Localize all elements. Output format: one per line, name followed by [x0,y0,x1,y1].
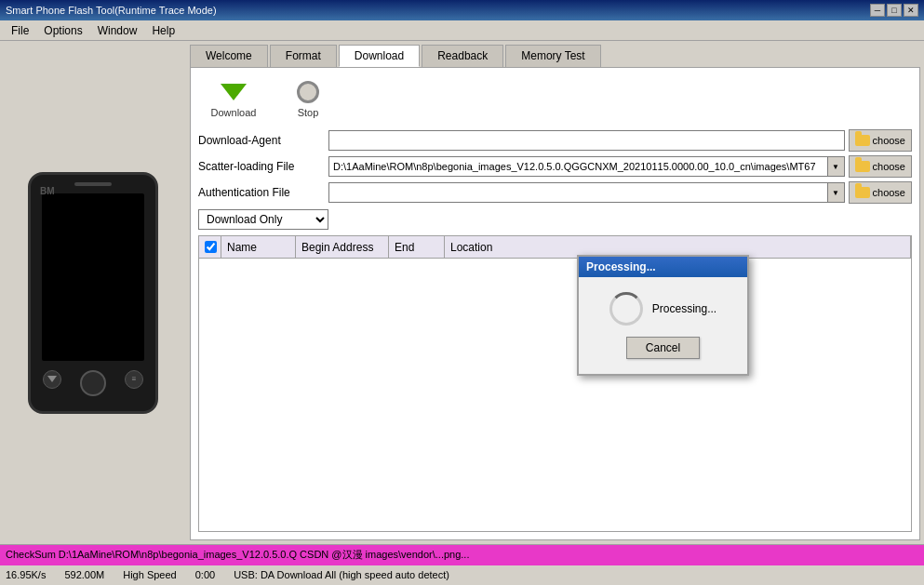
processing-dialog: Processing... Processing... Cancel [577,255,749,376]
choose-auth-button[interactable]: choose [849,181,912,204]
menu-window[interactable]: Window [90,22,145,39]
auth-combo-arrow[interactable]: ▼ [828,182,845,203]
app-title: Smart Phone Flash Tool(Runtime Trace Mod… [6,5,217,16]
scatter-label: Scatter-loading File [198,160,328,173]
dialog-title-bar: Processing... [579,257,747,277]
status-row2: 16.95K/s 592.00M High Speed 0:00 USB: DA… [0,565,924,586]
scatter-combo-arrow[interactable]: ▼ [828,156,845,177]
phone-logo: BM [40,186,55,196]
status-text: CheckSum D:\1AaMine\ROM\n8p\begonia_imag… [6,548,469,562]
main-layout: BM ≡ Welcome Format Download Readback [0,41,924,544]
choose-label-3: choose [873,187,905,198]
arrow-down-icon [221,84,247,100]
status-size: 592.00M [64,569,104,580]
th-name: Name [221,236,296,258]
scatter-file-row: Scatter-loading File ▼ choose [198,155,912,178]
stop-button[interactable]: Stop [280,79,336,118]
tab-download[interactable]: Download [339,45,420,67]
download-agent-label: Download-Agent [198,134,328,147]
status-time: 0:00 [195,569,215,580]
status-speed: 16.95K/s [6,569,46,580]
status-bar: CheckSum D:\1AaMine\ROM\n8p\begonia_imag… [0,544,924,585]
menu-options[interactable]: Options [36,22,89,39]
tab-welcome[interactable]: Welcome [190,45,268,67]
choose-scatter-button[interactable]: choose [849,155,912,178]
download-agent-input[interactable] [328,130,845,151]
stop-label: Stop [298,107,319,118]
phone-home-button [80,370,106,396]
menu-help[interactable]: Help [144,22,182,39]
choose-agent-button[interactable]: choose [849,129,912,152]
dialog-title: Processing... [586,260,656,273]
scatter-input-group: ▼ [328,156,845,177]
stop-icon-container [295,79,321,105]
download-agent-row: Download-Agent choose [198,129,912,152]
select-all-checkbox[interactable] [205,241,217,253]
minimize-button[interactable]: ─ [870,4,885,17]
menu-icon: ≡ [132,375,137,383]
tab-readback[interactable]: Readback [422,45,503,67]
phone-screen [42,193,144,361]
th-begin-address: Begin Address [296,236,389,258]
title-text: Smart Phone Flash Tool(Runtime Trace Mod… [6,5,217,16]
file-table: Name Begin Address End Location [198,235,912,532]
th-checkbox [199,236,221,258]
tab-content: Download Stop Download-Agent [190,67,920,540]
folder-icon-3 [855,187,870,198]
menu-file[interactable]: File [4,22,36,39]
phone-panel: BM ≡ [0,41,186,544]
processing-row: Processing... [609,292,716,326]
dropdown-row: Download Only Firmware Upgrade Format Al… [198,209,912,230]
window-controls[interactable]: ─ □ ✕ [870,4,918,17]
dialog-body: Processing... Cancel [579,277,747,374]
auth-input-group: ▼ [328,182,845,203]
auth-file-row: Authentication File ▼ choose [198,181,912,204]
content-wrapper: Welcome Format Download Readback Memory … [186,41,924,544]
folder-icon-2 [855,161,870,172]
tab-format[interactable]: Format [270,45,337,67]
download-button[interactable]: Download [206,79,261,118]
phone-device: BM ≡ [28,172,158,414]
choose-label-1: choose [873,135,905,146]
stop-icon [297,81,319,103]
phone-speaker [74,182,112,186]
spinner-icon [609,292,643,326]
form-section: Download-Agent choose Scatter-loading Fi… [198,129,912,204]
phone-buttons: ≡ [43,370,143,396]
phone-menu-button: ≡ [125,370,143,389]
title-bar: Smart Phone Flash Tool(Runtime Trace Mod… [0,0,924,20]
tab-memory-test[interactable]: Memory Test [505,45,600,67]
status-rate: High Speed [123,569,177,580]
maximize-button[interactable]: □ [887,4,902,17]
back-icon [47,376,57,382]
tabs-bar: Welcome Format Download Readback Memory … [190,45,920,67]
table-header: Name Begin Address End Location [199,236,911,259]
auth-file-input[interactable] [328,182,828,203]
download-icon [221,79,247,105]
toolbar: Download Stop [198,75,912,122]
folder-icon-1 [855,135,870,146]
status-row1: CheckSum D:\1AaMine\ROM\n8p\begonia_imag… [0,545,924,565]
status-info: USB: DA Download All (high speed auto de… [234,569,449,580]
processing-text: Processing... [652,302,716,315]
scatter-file-input[interactable] [328,156,828,177]
th-end: End [389,236,445,258]
cancel-button[interactable]: Cancel [626,337,700,359]
choose-label-2: choose [873,161,905,172]
download-label: Download [211,107,257,118]
download-mode-select[interactable]: Download Only Firmware Upgrade Format Al… [198,209,328,230]
menu-bar: File Options Window Help [0,20,924,41]
auth-label: Authentication File [198,186,328,199]
phone-back-button [43,370,61,389]
content-area: Welcome Format Download Readback Memory … [186,41,924,544]
close-button[interactable]: ✕ [904,4,918,17]
